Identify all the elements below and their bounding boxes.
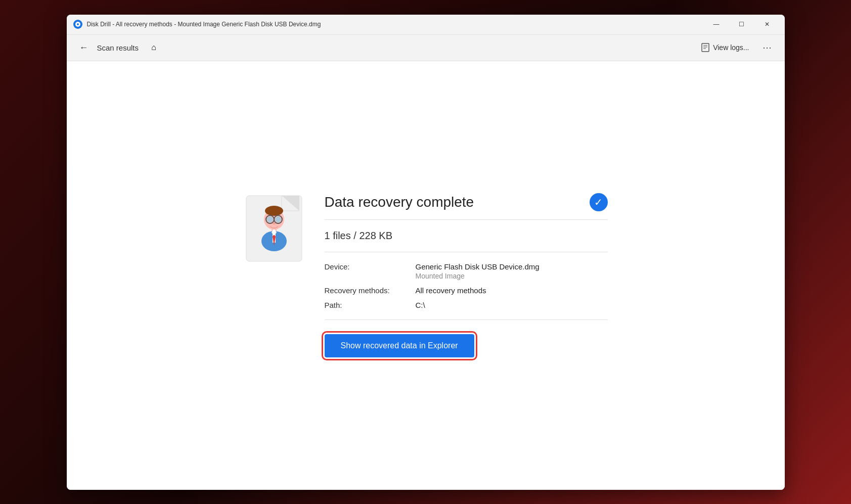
device-label: Device:	[325, 262, 416, 280]
recovery-card: Data recovery complete ✓ 1 files / 228 K…	[244, 193, 608, 357]
close-button[interactable]: ✕	[755, 16, 779, 32]
avatar	[244, 193, 304, 264]
device-value-group: Generic Flash Disk USB Device.dmg Mounte…	[416, 262, 540, 280]
svg-rect-3	[702, 43, 709, 52]
window-controls: — ☐ ✕	[705, 16, 779, 32]
files-summary: 1 files / 228 KB	[325, 220, 608, 252]
info-panel: Data recovery complete ✓ 1 files / 228 K…	[325, 193, 608, 357]
app-icon	[73, 19, 83, 29]
home-button[interactable]: ⌂	[145, 38, 163, 57]
maximize-button[interactable]: ☐	[730, 16, 753, 32]
success-check-icon: ✓	[590, 193, 608, 211]
svg-point-14	[267, 216, 273, 222]
recovery-methods-row: Recovery methods: All recovery methods	[325, 286, 608, 295]
avatar-container	[244, 193, 304, 264]
show-recovered-data-button[interactable]: Show recovered data in Explorer	[325, 334, 474, 357]
recovery-methods-value: All recovery methods	[416, 286, 486, 295]
path-row: Path: C:\	[325, 301, 608, 309]
svg-point-19	[273, 222, 276, 224]
recovery-methods-label: Recovery methods:	[325, 286, 416, 295]
recovery-title: Data recovery complete	[325, 194, 474, 210]
action-area: Show recovered data in Explorer	[325, 320, 608, 357]
device-name: Generic Flash Disk USB Device.dmg	[416, 262, 540, 271]
app-window: Disk Drill - All recovery methods - Moun…	[67, 15, 785, 490]
device-row: Device: Generic Flash Disk USB Device.dm…	[325, 262, 608, 280]
window-title: Disk Drill - All recovery methods - Moun…	[87, 21, 705, 28]
device-type: Mounted Image	[416, 272, 540, 280]
view-logs-button[interactable]: View logs...	[696, 40, 754, 55]
view-logs-label: View logs...	[713, 43, 749, 52]
svg-point-2	[77, 23, 79, 25]
path-value: C:\	[416, 301, 425, 309]
toolbar: ← Scan results ⌂ View logs... ···	[67, 35, 785, 61]
info-header: Data recovery complete ✓	[325, 193, 608, 220]
more-options-button[interactable]: ···	[758, 38, 777, 57]
back-button[interactable]: ←	[75, 38, 93, 57]
logs-icon	[701, 43, 710, 52]
minimize-button[interactable]: —	[705, 16, 728, 32]
titlebar: Disk Drill - All recovery methods - Moun…	[67, 15, 785, 35]
svg-point-12	[265, 206, 283, 216]
svg-point-16	[275, 216, 281, 222]
path-label: Path:	[325, 301, 416, 309]
info-details: Device: Generic Flash Disk USB Device.dm…	[325, 252, 608, 320]
main-content: Data recovery complete ✓ 1 files / 228 K…	[67, 61, 785, 490]
scan-results-label: Scan results	[97, 43, 139, 52]
